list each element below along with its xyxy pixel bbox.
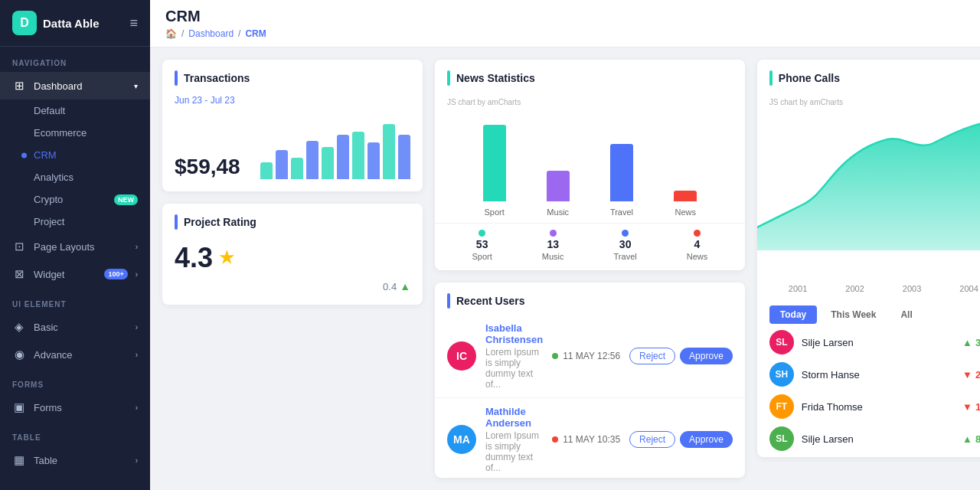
music-bar-wrap — [547, 117, 570, 201]
news-accent — [447, 70, 450, 86]
sidebar-item-analytics[interactable]: Analytics — [0, 166, 150, 188]
tab-all[interactable]: All — [890, 305, 923, 324]
sidebar-item-ecommerce[interactable]: Ecommerce — [0, 122, 150, 144]
breadcrumb-home-icon[interactable]: 🏠 — [165, 28, 177, 39]
rating-value: 4.3 ★ — [175, 242, 410, 274]
caller-avatar-2: SH — [769, 362, 794, 387]
news-dot — [694, 230, 701, 237]
breadcrumb: 🏠 / Dashboard / CRM — [165, 28, 965, 39]
ui-element-section-label: UI ELEMENT — [0, 288, 150, 313]
bar-4 — [306, 141, 318, 179]
sidebar-item-widget[interactable]: ⊠ Widget 100+ › — [0, 260, 150, 288]
user-row-2: MA Mathilde Andersen Lorem Ipsum is simp… — [435, 398, 745, 478]
news-label: News — [675, 207, 696, 217]
phone-list-item-3: FT Frida Thomse ▼ 1032 — [769, 394, 980, 419]
music-count: 13 — [547, 238, 559, 250]
sidebar-item-label: Table — [34, 455, 128, 466]
sidebar-item-table[interactable]: ▦ Table › — [0, 446, 150, 474]
rating-change-value: 0.4 — [383, 281, 397, 292]
travel-legend-label: Travel — [614, 252, 637, 261]
forms-section-label: FORMS — [0, 368, 150, 394]
reject-button-1[interactable]: Reject — [629, 348, 675, 364]
news-bar-item — [674, 191, 697, 201]
sidebar-item-default[interactable]: Default — [0, 100, 150, 122]
legend-news: 4 News — [687, 230, 708, 261]
transactions-accent — [175, 70, 178, 86]
chart-label: JS chart by amCharts — [447, 98, 733, 106]
sidebar-item-label: Advance — [34, 349, 128, 361]
user-avatar-2: MA — [447, 425, 476, 454]
phone-accent — [769, 70, 773, 86]
sidebar-item-project[interactable]: Project — [0, 211, 150, 233]
chevron-right-icon: › — [136, 270, 138, 279]
approve-button-1[interactable]: Approve — [680, 348, 733, 364]
news-statistics-title: News Statistics — [456, 72, 535, 84]
status-dot-1 — [552, 353, 558, 359]
bar-1 — [260, 162, 273, 179]
right-column: Phone Calls JS chart by amCharts — [757, 60, 980, 478]
legend-sport: 53 Sport — [472, 230, 492, 261]
phone-tab-bar: Today This Week All — [757, 296, 980, 324]
phone-list-item-1: SL Silje Larsen ▲ 3784 — [769, 330, 980, 354]
sidebar-item-crm[interactable]: CRM — [0, 144, 150, 166]
news-legend-label: News — [687, 252, 708, 261]
breadcrumb-current: CRM — [245, 28, 266, 39]
left-column: Transactions Jun 23 - Jul 23 $59,48 — [162, 60, 423, 478]
sidebar-item-label: Forms — [34, 402, 128, 413]
bar-7 — [352, 132, 364, 179]
sidebar-item-label: Page Layouts — [34, 241, 128, 253]
star-icon: ★ — [219, 248, 234, 268]
project-rating-card: Project Rating 4.3 ★ 0.4 ▲ — [162, 204, 423, 305]
arrow-up-icon-4: ▲ — [962, 433, 972, 445]
tab-this-week[interactable]: This Week — [820, 305, 887, 324]
user-name-2: Mathilde Andersen — [485, 406, 543, 429]
breadcrumb-dashboard[interactable]: Dashboard — [188, 28, 234, 39]
tab-today[interactable]: Today — [769, 305, 817, 324]
logo-icon: D — [12, 11, 37, 35]
bar-9 — [383, 124, 395, 179]
hamburger-icon[interactable]: ≡ — [129, 15, 138, 31]
sport-dot — [479, 230, 485, 237]
travel-bar — [610, 144, 633, 201]
bar-8 — [368, 142, 380, 179]
user-info-1: Isabella Christensen Lorem Ipsum is simp… — [485, 322, 543, 390]
sidebar-item-crypto[interactable]: Crypto NEW — [0, 188, 150, 211]
bar-2 — [276, 150, 288, 179]
main-content: CRM 🏠 / Dashboard / CRM Transactions Jun… — [150, 0, 980, 490]
breadcrumb-separator: / — [181, 28, 184, 39]
sidebar-item-page-layouts[interactable]: ⊡ Page Layouts › — [0, 233, 150, 260]
transactions-row: $59,48 — [175, 118, 410, 179]
caller-name-4: Silje Larsen — [802, 433, 955, 445]
bar-3 — [291, 158, 303, 179]
phone-calls-header: Phone Calls — [757, 60, 980, 92]
arrow-up-icon-1: ▲ — [962, 337, 972, 348]
news-bar-travel: Travel — [610, 117, 633, 217]
breadcrumb-separator: / — [238, 28, 240, 39]
caller-avatar-4: SL — [769, 426, 794, 451]
phone-list-item-4: SL Silje Larsen ▲ 8750 — [769, 426, 980, 451]
travel-dot — [622, 230, 629, 237]
sport-count: 53 — [476, 238, 488, 250]
advance-icon: ◉ — [12, 348, 26, 361]
dashboard-icon: ⊞ — [12, 79, 26, 93]
user-time-2: 11 MAY 10:35 — [563, 434, 620, 445]
sidebar-item-basic[interactable]: ◈ Basic › — [0, 313, 150, 341]
reject-button-2[interactable]: Reject — [629, 431, 675, 448]
page-header: CRM 🏠 / Dashboard / CRM — [150, 0, 980, 47]
user-info-2: Mathilde Andersen Lorem Ipsum is simply … — [485, 406, 543, 473]
phone-list-item-2: SH Storm Hanse ▼ 2739 — [769, 362, 980, 387]
news-statistics-card: News Statistics JS chart by amCharts Spo… — [435, 60, 745, 270]
recent-users-header: Recent Users — [435, 283, 745, 315]
sidebar-item-advance[interactable]: ◉ Advance › — [0, 341, 150, 368]
user-time-col-2: 11 MAY 10:35 — [552, 434, 620, 445]
sidebar-item-dashboard[interactable]: ⊞ Dashboard ▾ — [0, 72, 150, 100]
dashboard-sub-nav: Default Ecommerce CRM Analytics Crypto N… — [0, 100, 150, 233]
transactions-body: Jun 23 - Jul 23 $59,48 — [162, 92, 423, 191]
sidebar-item-label: Dashboard — [34, 80, 126, 92]
area-chart-svg — [757, 113, 980, 250]
approve-button-2[interactable]: Approve — [680, 431, 733, 448]
sidebar-logo: D Datta Able — [12, 11, 100, 35]
x-label-2004: 2004 — [959, 284, 978, 293]
sidebar-item-forms[interactable]: ▣ Forms › — [0, 394, 150, 421]
user-row-1: IC Isabella Christensen Lorem Ipsum is s… — [435, 315, 745, 398]
